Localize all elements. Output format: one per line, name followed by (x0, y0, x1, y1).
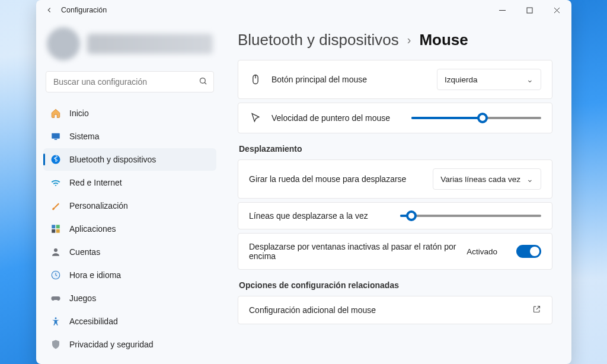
lines-label: Líneas que desplazarse a la vez (249, 211, 391, 221)
chevron-down-icon: ⌄ (526, 174, 533, 184)
pointer-speed-label: Velocidad de puntero del mouse (271, 113, 402, 123)
sidebar-item-label: Privacidad y seguridad (69, 340, 154, 349)
window-title: Configuración (61, 6, 107, 14)
sidebar-item-label: Personalización (69, 201, 128, 210)
minimize-button[interactable] (488, 0, 516, 20)
titlebar: Configuración (36, 0, 571, 20)
select-value: Varias líneas cada vez (440, 175, 520, 184)
search-icon (199, 76, 207, 87)
primary-button-select[interactable]: Izquierda ⌄ (437, 69, 541, 90)
svg-rect-0 (527, 8, 532, 13)
maximize-button[interactable] (516, 0, 543, 20)
sidebar-item-label: Juegos (69, 293, 96, 303)
scroll-mode-label: Girar la rueda del mouse para desplazars… (249, 174, 423, 184)
search-input[interactable] (52, 76, 199, 87)
sidebar: Inicio Sistema Bluetooth y dispositivos (36, 20, 223, 364)
chevron-right-icon: › (407, 33, 411, 47)
brush-icon (50, 200, 61, 211)
svg-point-11 (55, 317, 57, 319)
sidebar-item-apps[interactable]: Aplicaciones (43, 218, 216, 240)
sidebar-item-accounts[interactable]: Cuentas (43, 241, 216, 263)
sidebar-item-accessibility[interactable]: Accesibilidad (43, 310, 216, 333)
scroll-mode-select[interactable]: Varias líneas cada vez ⌄ (433, 168, 541, 190)
svg-rect-8 (56, 229, 60, 233)
accessibility-icon (50, 316, 61, 327)
section-scrolling: Desplazamiento (239, 144, 552, 154)
person-icon (50, 247, 61, 257)
sidebar-item-gaming[interactable]: Juegos (43, 287, 216, 309)
close-button[interactable] (543, 0, 570, 20)
sidebar-item-label: Aplicaciones (69, 224, 116, 234)
sidebar-item-privacy[interactable]: Privacidad y seguridad (43, 333, 216, 356)
svg-rect-7 (52, 229, 55, 233)
breadcrumb-current: Mouse (419, 31, 468, 49)
card-pointer-speed: Velocidad de puntero del mouse (238, 103, 552, 133)
card-additional-settings[interactable]: Configuración adicional del mouse (238, 296, 552, 324)
back-button[interactable] (41, 2, 57, 18)
primary-button-label: Botón principal del mouse (271, 75, 427, 84)
svg-rect-6 (56, 225, 60, 228)
system-icon (50, 131, 61, 142)
sidebar-item-personalization[interactable]: Personalización (43, 194, 216, 217)
sidebar-item-label: Accesibilidad (69, 317, 118, 326)
additional-label: Configuración adicional del mouse (249, 305, 523, 315)
svg-rect-5 (52, 225, 55, 228)
shield-icon (50, 339, 61, 350)
apps-icon (50, 223, 61, 234)
home-icon (50, 108, 61, 119)
card-scroll-mode: Girar la rueda del mouse para desplazars… (238, 159, 552, 199)
search-box[interactable] (46, 71, 214, 92)
mouse-icon (249, 73, 262, 86)
bluetooth-icon (50, 154, 61, 165)
sidebar-item-label: Bluetooth y dispositivos (69, 155, 156, 164)
toggle-state: Activado (467, 247, 497, 256)
content: Bluetooth y dispositivos › Mouse Botón p… (223, 20, 571, 364)
svg-point-1 (200, 78, 206, 84)
sidebar-item-label: Cuentas (69, 247, 100, 257)
wifi-icon (50, 177, 61, 188)
pointer-speed-slider[interactable] (411, 117, 542, 119)
profile-header[interactable] (43, 24, 216, 65)
cursor-icon (249, 111, 262, 124)
gamepad-icon (50, 293, 61, 304)
sidebar-item-label: Hora e idioma (69, 270, 121, 280)
svg-point-9 (54, 248, 57, 252)
card-lines-at-time: Líneas que desplazarse a la vez (238, 202, 552, 229)
card-inactive-scroll: Desplazarse por ventanas inactivas al pa… (238, 233, 552, 270)
sidebar-item-label: Sistema (69, 132, 100, 141)
external-link-icon (532, 305, 541, 315)
inactive-scroll-toggle[interactable] (516, 245, 541, 258)
avatar (47, 27, 80, 60)
sidebar-item-network[interactable]: Red e Internet (43, 171, 216, 194)
sidebar-item-time[interactable]: Hora e idioma (43, 264, 216, 286)
sidebar-item-label: Inicio (69, 108, 89, 118)
select-value: Izquierda (445, 75, 478, 84)
svg-rect-3 (55, 139, 57, 141)
breadcrumb: Bluetooth y dispositivos › Mouse (238, 31, 552, 49)
card-primary-button: Botón principal del mouse Izquierda ⌄ (238, 60, 552, 99)
section-related: Opciones de configuración relacionadas (239, 280, 552, 290)
nav: Inicio Sistema Bluetooth y dispositivos (43, 102, 216, 356)
sidebar-item-label: Red e Internet (69, 178, 122, 187)
clock-icon (50, 270, 61, 280)
profile-name-blurred (87, 34, 213, 54)
svg-rect-2 (52, 133, 60, 139)
lines-slider[interactable] (400, 215, 542, 217)
sidebar-item-bluetooth[interactable]: Bluetooth y dispositivos (43, 148, 216, 171)
settings-window: Configuración (36, 0, 571, 364)
inactive-scroll-label: Desplazarse por ventanas inactivas al pa… (249, 242, 457, 261)
breadcrumb-parent[interactable]: Bluetooth y dispositivos (238, 31, 399, 49)
sidebar-item-system[interactable]: Sistema (43, 125, 216, 148)
chevron-down-icon: ⌄ (526, 75, 533, 84)
sidebar-item-home[interactable]: Inicio (43, 102, 216, 124)
